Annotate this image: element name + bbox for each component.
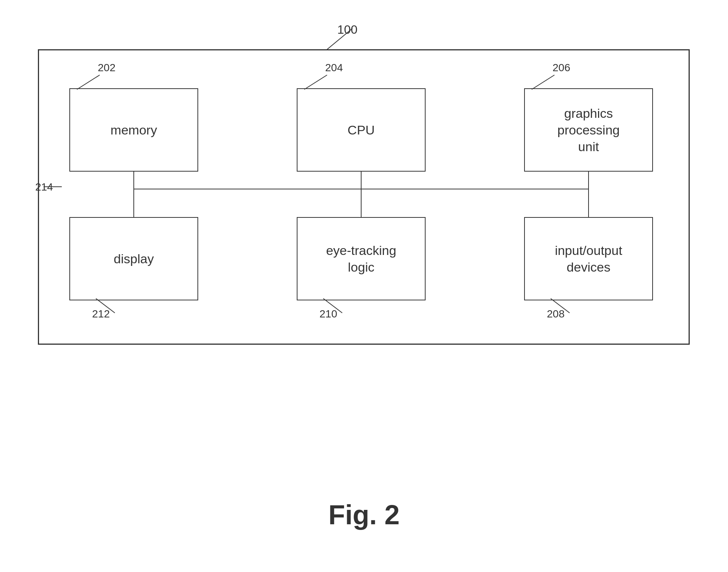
ref-202: 202 xyxy=(98,62,116,74)
tick-214 xyxy=(44,183,63,191)
cpu-label: CPU xyxy=(348,122,375,138)
svg-line-2 xyxy=(304,75,327,89)
svg-line-1 xyxy=(77,75,100,89)
ref-206: 206 xyxy=(553,62,570,74)
display-label: display xyxy=(114,250,154,267)
ref-208: 208 xyxy=(547,308,565,320)
box-display: display xyxy=(69,217,198,300)
bus-v-io xyxy=(588,189,589,217)
bus-v-display xyxy=(133,189,134,217)
svg-line-3 xyxy=(532,75,554,89)
figure-label: Fig. 2 xyxy=(328,499,399,530)
box-gpu: graphics processing unit xyxy=(524,88,653,172)
tick-204 xyxy=(289,71,335,92)
box-io: input/output devices xyxy=(524,217,653,300)
bus-v-eye xyxy=(361,189,362,217)
tick-202 xyxy=(62,71,107,92)
memory-label: memory xyxy=(111,122,157,138)
ref-212: 212 xyxy=(92,308,110,320)
tick-206 xyxy=(517,71,562,92)
eye-label: eye-tracking logic xyxy=(326,242,396,275)
bus-v-gpu xyxy=(588,172,589,189)
io-label: input/output devices xyxy=(555,242,622,275)
bus-v-cpu xyxy=(361,172,362,189)
svg-line-0 xyxy=(326,28,352,50)
page-container: 100 memory CPU graphics proces xyxy=(0,0,728,572)
bus-v-memory xyxy=(133,172,134,189)
box-memory: memory xyxy=(69,88,198,172)
outer-box: memory CPU graphics processing unit disp… xyxy=(38,49,690,345)
gpu-label: graphics processing unit xyxy=(557,105,620,155)
ref-204: 204 xyxy=(325,62,343,74)
box-cpu: CPU xyxy=(297,88,426,172)
ref-210: 210 xyxy=(319,308,337,320)
box-eye: eye-tracking logic xyxy=(297,217,426,300)
